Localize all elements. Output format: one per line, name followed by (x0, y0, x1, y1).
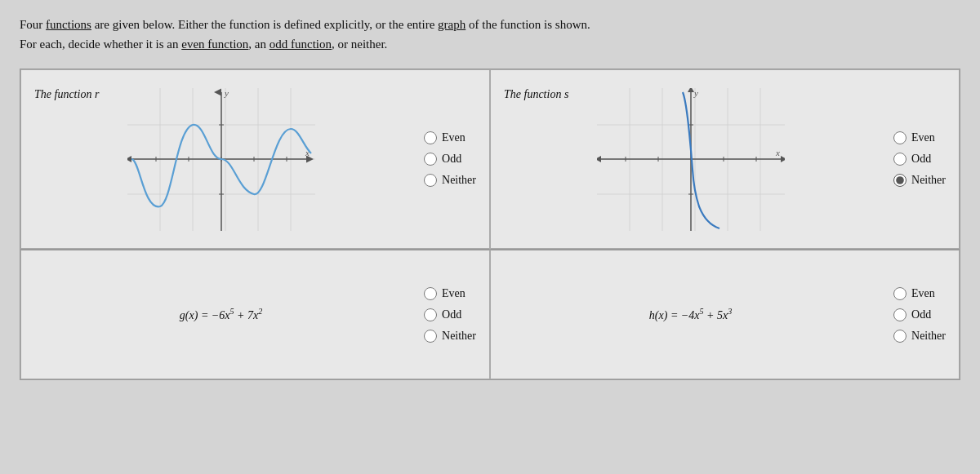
cell-top-right: The function s (490, 69, 960, 249)
radio-group-r: Even Odd Neither (424, 131, 476, 187)
radio-h-odd-label: Odd (911, 308, 931, 321)
graph-link[interactable]: graph (438, 18, 466, 31)
radio-r-even[interactable]: Even (424, 131, 476, 144)
svg-marker-32 (597, 156, 601, 162)
radio-h-even-label: Even (911, 287, 935, 300)
cell-bottom-right: h(x) = −4x5 + 5x3 Even Odd Neither (490, 249, 960, 379)
graph-r-area: The function r (28, 88, 414, 231)
radio-r-neither-label: Neither (442, 174, 476, 187)
radio-h-odd-input[interactable] (893, 308, 906, 321)
radio-s-even-label: Even (911, 131, 935, 144)
radio-h-odd[interactable]: Odd (893, 308, 946, 321)
radio-g-neither-label: Neither (442, 330, 476, 343)
radio-r-odd[interactable]: Odd (424, 153, 476, 166)
radio-s-neither[interactable]: Neither (893, 174, 946, 187)
radio-h-neither[interactable]: Neither (893, 330, 946, 343)
radio-s-odd[interactable]: Odd (893, 153, 946, 166)
formula-h-area: h(x) = −4x5 + 5x3 (497, 307, 884, 322)
radio-r-odd-input[interactable] (424, 153, 437, 166)
radio-g-odd-input[interactable] (424, 308, 437, 321)
radio-r-even-input[interactable] (424, 131, 437, 144)
radio-h-even[interactable]: Even (893, 287, 946, 300)
formula-g: g(x) = −6x5 + 7x2 (180, 307, 262, 322)
radio-g-neither-input[interactable] (424, 330, 437, 343)
svg-marker-10 (127, 156, 131, 162)
radio-r-neither-input[interactable] (424, 174, 437, 187)
radio-s-neither-label: Neither (911, 174, 946, 187)
radio-s-odd-label: Odd (911, 153, 931, 166)
formula-h: h(x) = −4x5 + 5x3 (649, 307, 732, 322)
radio-s-even[interactable]: Even (893, 131, 946, 144)
svg-text:y: y (693, 88, 698, 98)
odd-function-link[interactable]: odd function (270, 38, 332, 51)
formula-g-area: g(x) = −6x5 + 7x2 (28, 307, 414, 322)
graph-s-title: The function s (504, 88, 568, 101)
main-grid: The function r (20, 69, 960, 380)
radio-h-neither-label: Neither (911, 330, 946, 343)
radio-r-neither[interactable]: Neither (424, 174, 476, 187)
radio-s-even-input[interactable] (893, 131, 906, 144)
radio-h-even-input[interactable] (893, 287, 906, 300)
even-function-link[interactable]: even function (181, 38, 248, 51)
intro-text: Four functions are given below. Either t… (20, 15, 960, 54)
radio-h-neither-input[interactable] (893, 330, 906, 343)
svg-text:x: x (775, 148, 780, 157)
graph-r-title: The function r (34, 88, 99, 101)
radio-g-even-label: Even (442, 287, 466, 300)
radio-group-s: Even Odd Neither (893, 131, 946, 187)
radio-g-odd[interactable]: Odd (424, 308, 476, 321)
svg-marker-34 (688, 88, 694, 92)
radio-group-h: Even Odd Neither (893, 287, 946, 343)
radio-s-neither-input[interactable] (893, 174, 906, 187)
graph-s-svg: x y (597, 88, 785, 231)
radio-g-even[interactable]: Even (424, 287, 476, 300)
radio-g-odd-label: Odd (442, 308, 461, 321)
radio-g-neither[interactable]: Neither (424, 330, 476, 343)
radio-s-odd-input[interactable] (893, 153, 906, 166)
radio-r-odd-label: Odd (442, 153, 461, 166)
svg-marker-31 (781, 156, 785, 162)
radio-r-even-label: Even (442, 131, 466, 144)
cell-top-left: The function r (20, 69, 490, 249)
graph-r-svg: x y (127, 88, 315, 231)
svg-text:y: y (224, 88, 229, 98)
cell-bottom-left: g(x) = −6x5 + 7x2 Even Odd Neither (20, 249, 490, 379)
graph-s-area: The function s (497, 88, 884, 231)
radio-g-even-input[interactable] (424, 287, 437, 300)
radio-group-g: Even Odd Neither (424, 287, 476, 343)
functions-link[interactable]: functions (46, 18, 91, 31)
